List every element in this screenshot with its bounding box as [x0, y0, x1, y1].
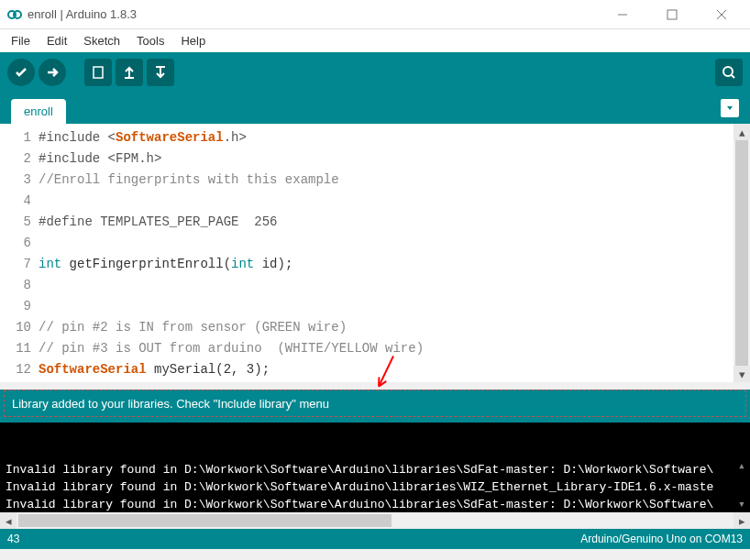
code-line[interactable]: #include <FPM.h>: [39, 148, 733, 170]
vertical-scrollbar[interactable]: ▴ ▾: [733, 124, 750, 382]
board-info: Arduino/Genuino Uno on COM13: [580, 533, 743, 545]
console-scroll-up[interactable]: ▴: [733, 457, 750, 474]
status-area: Library added to your libraries. Check "…: [0, 390, 750, 423]
console[interactable]: Invalid library found in D:\Workwork\Sof…: [0, 423, 750, 512]
upload-button[interactable]: [39, 59, 66, 86]
line-number: 1: [4, 127, 31, 148]
footer-bar: 43 Arduino/Genuino Uno on COM13: [0, 529, 750, 549]
code-line[interactable]: #include <SoftwareSerial.h>: [39, 127, 733, 148]
save-button[interactable]: [147, 59, 174, 86]
verify-button[interactable]: [7, 59, 35, 86]
line-number: 3: [4, 170, 31, 191]
menu-bar: File Edit Sketch Tools Help: [0, 29, 750, 52]
console-line: Invalid library found in D:\Workwork\Sof…: [6, 478, 744, 496]
line-number: 12: [4, 359, 31, 380]
tab-menu-button[interactable]: [721, 99, 739, 117]
code-line[interactable]: [39, 191, 733, 212]
scroll-track[interactable]: [17, 512, 733, 529]
line-number: 11: [4, 338, 31, 359]
code-area[interactable]: #include <SoftwareSerial.h>#include <FPM…: [39, 124, 733, 382]
line-number: 5: [4, 212, 31, 233]
console-vertical-scrollbar[interactable]: ▴ ▾: [733, 423, 750, 512]
svg-line-10: [732, 75, 734, 78]
console-line: Invalid library found in D:\Workwork\Sof…: [6, 496, 744, 512]
code-line[interactable]: // pin #3 is OUT from arduino (WHITE/YEL…: [39, 338, 733, 359]
line-number: 9: [4, 296, 31, 317]
scroll-left-button[interactable]: ◂: [0, 512, 17, 529]
scroll-down-button[interactable]: ▾: [733, 366, 750, 382]
console-line: Invalid library found in D:\Workwork\Sof…: [6, 461, 744, 478]
code-line[interactable]: //Enroll fingerprints with this example: [39, 170, 733, 191]
line-number: 7: [4, 254, 31, 275]
code-line[interactable]: [39, 233, 733, 254]
open-button[interactable]: [116, 59, 143, 86]
menu-edit[interactable]: Edit: [39, 32, 74, 49]
menu-sketch[interactable]: Sketch: [76, 32, 127, 49]
scroll-h-thumb[interactable]: [18, 514, 392, 527]
line-gutter: 123456789101112: [0, 124, 39, 382]
code-line[interactable]: // pin #2 is IN from sensor (GREEN wire): [39, 317, 733, 338]
window-title: enroll | Arduino 1.8.3: [28, 7, 609, 21]
line-number: 8: [4, 275, 31, 296]
menu-tools[interactable]: Tools: [129, 32, 171, 49]
title-bar: enroll | Arduino 1.8.3: [0, 0, 750, 29]
tab-enroll[interactable]: enroll: [11, 99, 66, 124]
code-line[interactable]: [39, 296, 733, 317]
svg-rect-6: [94, 67, 103, 78]
scroll-right-button[interactable]: ▸: [733, 512, 750, 529]
svg-point-9: [723, 67, 733, 76]
status-message: Library added to your libraries. Check "…: [4, 390, 746, 417]
line-number: 43: [7, 533, 19, 545]
serial-monitor-button[interactable]: [715, 59, 743, 86]
code-line[interactable]: SoftwareSerial mySerial(2, 3);: [39, 359, 733, 380]
horizontal-scrollbar[interactable]: ◂ ▸: [0, 512, 750, 529]
minimize-button[interactable]: [609, 1, 636, 28]
line-number: 4: [4, 191, 31, 212]
close-button[interactable]: [708, 1, 735, 28]
line-number: 6: [4, 233, 31, 254]
menu-file[interactable]: File: [4, 32, 38, 49]
scroll-up-button[interactable]: ▴: [733, 124, 750, 140]
console-scroll-down[interactable]: ▾: [733, 496, 750, 512]
menu-help[interactable]: Help: [173, 32, 213, 49]
tabs-bar: enroll: [0, 93, 750, 124]
maximize-button[interactable]: [658, 1, 686, 28]
line-number: 10: [4, 317, 31, 338]
code-line[interactable]: #define TEMPLATES_PER_PAGE 256: [39, 212, 733, 233]
code-line[interactable]: [39, 275, 733, 296]
svg-rect-3: [667, 10, 677, 19]
arduino-icon: [7, 7, 22, 22]
new-button[interactable]: [84, 59, 112, 86]
toolbar: [0, 52, 750, 93]
code-line[interactable]: int getFingerprintEnroll(int id);: [39, 254, 733, 275]
editor[interactable]: 123456789101112 #include <SoftwareSerial…: [0, 124, 750, 382]
scroll-thumb[interactable]: [735, 140, 748, 366]
line-number: 2: [4, 148, 31, 170]
